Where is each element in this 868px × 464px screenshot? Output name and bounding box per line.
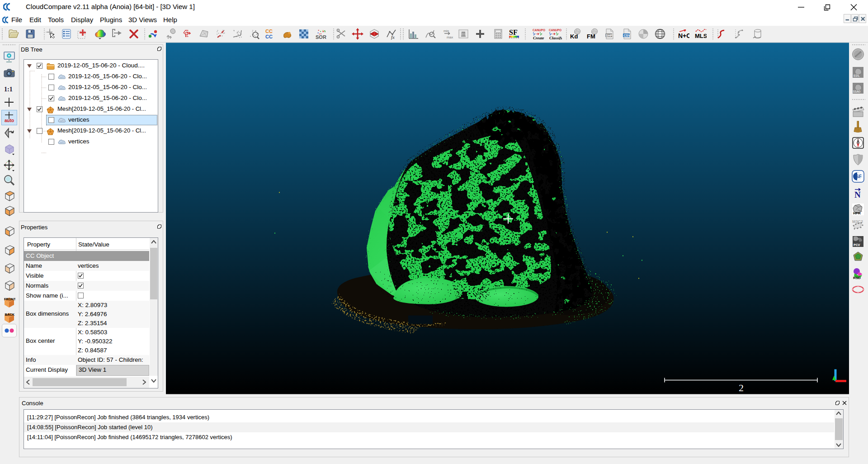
svg-text:EDL: EDL [854, 74, 860, 78]
svg-text:Create: Create [533, 36, 544, 40]
svg-text:fx: fx [391, 34, 395, 40]
svg-text:CSV: CSV [624, 34, 631, 37]
svg-text:SF: SF [509, 28, 518, 36]
svg-text:MLS: MLS [695, 33, 707, 39]
svg-text:SSAO: SSAO [853, 90, 861, 94]
svg-text:CC: CC [265, 34, 273, 39]
svg-text:BACK: BACK [5, 312, 15, 317]
svg-text:max: max [447, 35, 453, 39]
svg-text:RSD: RSD [853, 276, 861, 280]
svg-text:2: 2 [739, 382, 744, 393]
svg-text:CANUPO: CANUPO [549, 28, 561, 32]
svg-text:HPR: HPR [853, 211, 861, 215]
svg-text:Kd: Kd [570, 33, 578, 40]
svg-text:CC: CC [265, 28, 273, 34]
svg-text:SHP: SHP [606, 34, 613, 37]
svg-text:N: N [854, 190, 861, 199]
svg-text:1:1: 1:1 [4, 86, 13, 93]
svg-text:Classify: Classify [549, 36, 562, 40]
svg-text:FM: FM [587, 33, 595, 40]
svg-text:PCV: PCV [854, 243, 860, 247]
svg-text:N+C: N+C [678, 32, 689, 39]
svg-text:SOR: SOR [316, 34, 326, 40]
svg-text:FRONT: FRONT [4, 297, 15, 301]
svg-text:SF: SF [856, 174, 862, 179]
svg-text:auto: auto [5, 118, 14, 123]
svg-text:CANUPO: CANUPO [533, 28, 545, 32]
